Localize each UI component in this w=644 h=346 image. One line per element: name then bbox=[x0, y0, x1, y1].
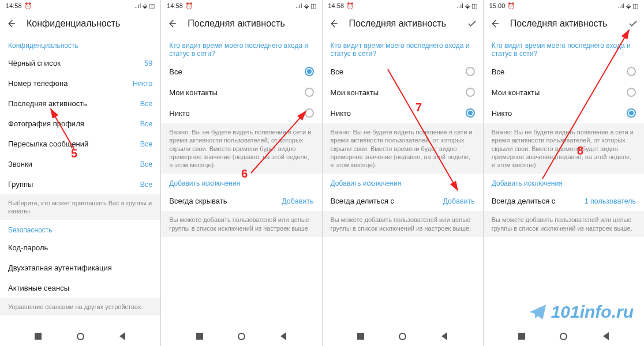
row-forward[interactable]: Пересылка сообщенийВсе bbox=[0, 134, 160, 154]
app-bar: Последняя активность bbox=[161, 12, 321, 36]
nav-bar bbox=[484, 326, 644, 346]
screen-last-seen-saved: 15:00⏰ ..ıl⬙◫ Последняя активность Кто в… bbox=[484, 0, 644, 346]
radio-icon bbox=[305, 108, 314, 118]
page-title: Последняя активность bbox=[188, 18, 316, 29]
nav-recent-icon[interactable] bbox=[356, 332, 365, 341]
hint-important: Важно: Вы не будете видеть появление в с… bbox=[323, 123, 483, 174]
nav-home-icon[interactable] bbox=[559, 332, 568, 341]
status-bar: 14:58⏰ ..ıl⬙◫ bbox=[0, 0, 160, 12]
nav-back-icon[interactable] bbox=[601, 332, 611, 341]
option-everybody[interactable]: Все bbox=[323, 61, 483, 82]
hint-sessions: Управление сеансами на других устройства… bbox=[0, 298, 160, 315]
nav-back-icon[interactable] bbox=[440, 332, 449, 341]
option-contacts[interactable]: Мои контакты bbox=[484, 82, 644, 103]
question-header: Кто видит время моего последнего входа и… bbox=[484, 36, 644, 61]
radio-icon bbox=[466, 108, 475, 118]
row-sessions[interactable]: Активные сеансы bbox=[0, 278, 160, 298]
option-nobody[interactable]: Никто bbox=[161, 103, 321, 123]
annotation-7: 7 bbox=[415, 101, 422, 114]
nav-recent-icon[interactable] bbox=[33, 332, 43, 341]
row-last-seen[interactable]: Последняя активностьВсе bbox=[0, 93, 160, 114]
confirm-icon[interactable] bbox=[628, 18, 638, 29]
option-nobody[interactable]: Никто bbox=[484, 103, 644, 123]
option-contacts[interactable]: Мои контакты bbox=[323, 82, 483, 103]
row-passcode[interactable]: Код-пароль bbox=[0, 238, 160, 258]
radio-icon bbox=[627, 67, 636, 76]
row-blacklist[interactable]: Чёрный список59 bbox=[0, 53, 160, 73]
page-title: Последняя активность bbox=[510, 18, 617, 29]
screen-privacy: 14:58⏰ ..ıl⬙◫ Конфиденциальность Конфиде… bbox=[0, 0, 161, 346]
section-header-security: Безопасность bbox=[0, 220, 160, 238]
status-bar: 14:58⏰ ..ıl⬙◫ bbox=[323, 0, 483, 12]
radio-icon bbox=[305, 88, 314, 97]
nav-bar bbox=[0, 326, 160, 346]
option-nobody[interactable]: Никто bbox=[323, 103, 483, 123]
annotation-5: 5 bbox=[71, 147, 77, 160]
nav-recent-icon[interactable] bbox=[517, 332, 526, 341]
row-calls[interactable]: ЗвонкиВсе bbox=[0, 154, 160, 174]
row-always-hide[interactable]: Всегда скрыватьДобавить bbox=[161, 191, 321, 211]
radio-icon bbox=[627, 88, 636, 97]
app-bar: Конфиденциальность bbox=[0, 12, 160, 36]
row-phone[interactable]: Номер телефонаНикто bbox=[0, 73, 160, 93]
nav-back-icon[interactable] bbox=[279, 332, 288, 341]
confirm-icon[interactable] bbox=[467, 18, 477, 29]
radio-icon bbox=[466, 67, 475, 76]
row-2fa[interactable]: Двухэтапная аутентификация bbox=[0, 258, 160, 278]
status-bar: 14:58⏰ ..ıl⬙◫ bbox=[161, 0, 321, 12]
nav-bar bbox=[161, 326, 321, 346]
hint-exceptions: Вы можете добавить пользователей или цел… bbox=[323, 211, 483, 237]
radio-icon bbox=[627, 108, 636, 118]
app-bar: Последняя активность bbox=[484, 12, 644, 36]
status-bar: 15:00⏰ ..ıl⬙◫ bbox=[484, 0, 644, 12]
row-profile-photo[interactable]: Фотография профиляВсе bbox=[0, 114, 160, 134]
exceptions-header: Добавить исключения bbox=[484, 174, 644, 191]
option-everybody[interactable]: Все bbox=[161, 61, 321, 82]
app-bar: Последняя активность bbox=[323, 12, 483, 36]
exceptions-header: Добавить исключения bbox=[323, 174, 483, 191]
annotation-8: 8 bbox=[577, 144, 583, 157]
hint-exceptions: Вы можете добавить пользователей или цел… bbox=[161, 211, 321, 237]
row-always-share[interactable]: Всегда делиться сДобавить bbox=[323, 191, 483, 211]
hint-groups: Выберите, кто может приглашать Вас в гру… bbox=[0, 194, 160, 220]
section-header: Конфиденциальность bbox=[0, 36, 160, 53]
watermark: 101info.ru bbox=[528, 302, 634, 322]
page-title: Последняя активность bbox=[349, 18, 456, 29]
radio-icon bbox=[305, 67, 314, 76]
back-icon[interactable] bbox=[167, 18, 177, 29]
nav-recent-icon[interactable] bbox=[195, 332, 204, 341]
radio-icon bbox=[466, 88, 475, 97]
screen-last-seen-nobody: 14:58⏰ ..ıl⬙◫ Последняя активность Кто в… bbox=[323, 0, 484, 346]
option-contacts[interactable]: Мои контакты bbox=[161, 82, 321, 103]
nav-home-icon[interactable] bbox=[398, 332, 407, 341]
row-groups[interactable]: ГруппыВсе bbox=[0, 174, 160, 194]
page-title: Конфиденциальность bbox=[27, 18, 155, 29]
nav-bar bbox=[323, 326, 483, 346]
back-icon[interactable] bbox=[6, 18, 16, 29]
nav-back-icon[interactable] bbox=[118, 332, 127, 341]
back-icon[interactable] bbox=[489, 18, 500, 29]
nav-home-icon[interactable] bbox=[237, 332, 246, 341]
question-header: Кто видит время моего последнего входа и… bbox=[323, 36, 483, 61]
hint-important: Важно: Вы не будете видеть появление в с… bbox=[484, 123, 644, 174]
question-header: Кто видит время моего последнего входа и… bbox=[161, 36, 321, 61]
annotation-6: 6 bbox=[241, 167, 248, 180]
nav-home-icon[interactable] bbox=[76, 332, 85, 341]
hint-important: Важно: Вы не будете видеть появление в с… bbox=[161, 123, 321, 174]
hint-exceptions: Вы можете добавить пользователей или цел… bbox=[484, 211, 644, 237]
option-everybody[interactable]: Все bbox=[484, 61, 644, 82]
row-always-share[interactable]: Всегда делиться с1 пользователь bbox=[484, 191, 644, 211]
back-icon[interactable] bbox=[328, 18, 339, 29]
